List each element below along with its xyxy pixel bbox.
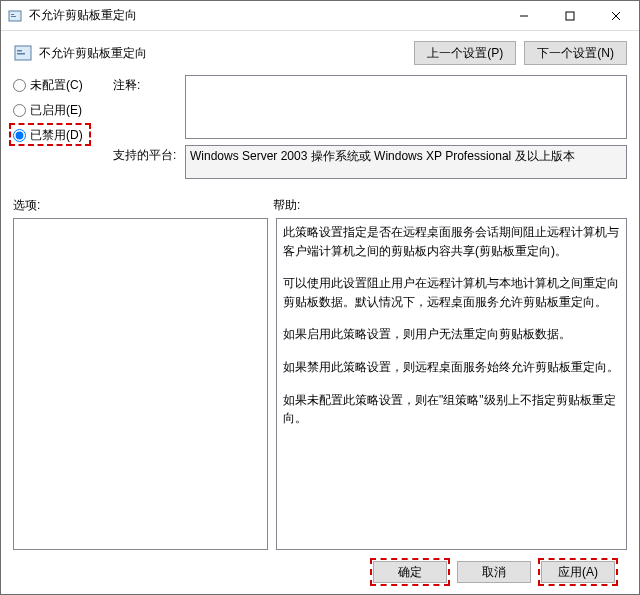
close-button[interactable] (593, 1, 639, 30)
help-paragraph: 如果启用此策略设置，则用户无法重定向剪贴板数据。 (283, 325, 620, 344)
comment-label: 注释: (113, 75, 177, 94)
policy-large-icon (13, 43, 33, 63)
radio-not-configured-input[interactable] (13, 79, 26, 92)
options-label: 选项: (13, 197, 273, 214)
maximize-button[interactable] (547, 1, 593, 30)
cancel-button[interactable]: 取消 (457, 561, 531, 583)
state-radio-group: 未配置(C) 已启用(E) 已禁用(D) (13, 75, 113, 144)
svg-rect-4 (566, 12, 574, 20)
options-pane (13, 218, 268, 550)
header-row: 不允许剪贴板重定向 上一个设置(P) 下一个设置(N) (13, 41, 627, 65)
help-label: 帮助: (273, 197, 300, 214)
button-label: 确定 (398, 564, 422, 581)
help-paragraph: 如果禁用此策略设置，则远程桌面服务始终允许剪贴板重定向。 (283, 358, 620, 377)
next-setting-button[interactable]: 下一个设置(N) (524, 41, 627, 65)
radio-label: 已禁用(D) (30, 127, 83, 144)
minimize-button[interactable] (501, 1, 547, 30)
help-pane: 此策略设置指定是否在远程桌面服务会话期间阻止远程计算机与客户端计算机之间的剪贴板… (276, 218, 627, 550)
window-controls (501, 1, 639, 30)
radio-label: 已启用(E) (30, 102, 82, 119)
button-label: 应用(A) (558, 564, 598, 581)
apply-button[interactable]: 应用(A) (541, 561, 615, 583)
svg-rect-9 (17, 53, 25, 55)
help-paragraph: 此策略设置指定是否在远程桌面服务会话期间阻止远程计算机与客户端计算机之间的剪贴板… (283, 223, 620, 260)
svg-rect-2 (11, 16, 16, 17)
comment-input[interactable] (185, 75, 627, 139)
footer: 确定 取消 应用(A) (13, 550, 627, 594)
svg-rect-1 (11, 14, 14, 15)
window-title: 不允许剪贴板重定向 (29, 7, 501, 24)
help-paragraph: 可以使用此设置阻止用户在远程计算机与本地计算机之间重定向剪贴板数据。默认情况下，… (283, 274, 620, 311)
radio-disabled[interactable]: 已禁用(D) (13, 127, 113, 144)
policy-icon (7, 8, 23, 24)
platform-text: Windows Server 2003 操作系统或 Windows XP Pro… (185, 145, 627, 179)
titlebar: 不允许剪贴板重定向 (1, 1, 639, 31)
platform-label: 支持的平台: (113, 145, 177, 164)
ok-button[interactable]: 确定 (373, 561, 447, 583)
radio-not-configured[interactable]: 未配置(C) (13, 77, 113, 94)
radio-enabled[interactable]: 已启用(E) (13, 102, 113, 119)
radio-disabled-input[interactable] (13, 129, 26, 142)
radio-enabled-input[interactable] (13, 104, 26, 117)
prev-setting-button[interactable]: 上一个设置(P) (414, 41, 516, 65)
help-paragraph: 如果未配置此策略设置，则在"组策略"级别上不指定剪贴板重定向。 (283, 391, 620, 428)
svg-rect-8 (17, 50, 22, 52)
gpo-editor-window: 不允许剪贴板重定向 不允许剪贴板重定向 上一个设置(P) 下一个设置(N) 未配… (0, 0, 640, 595)
policy-name: 不允许剪贴板重定向 (39, 45, 406, 62)
button-label: 取消 (482, 564, 506, 581)
radio-label: 未配置(C) (30, 77, 83, 94)
